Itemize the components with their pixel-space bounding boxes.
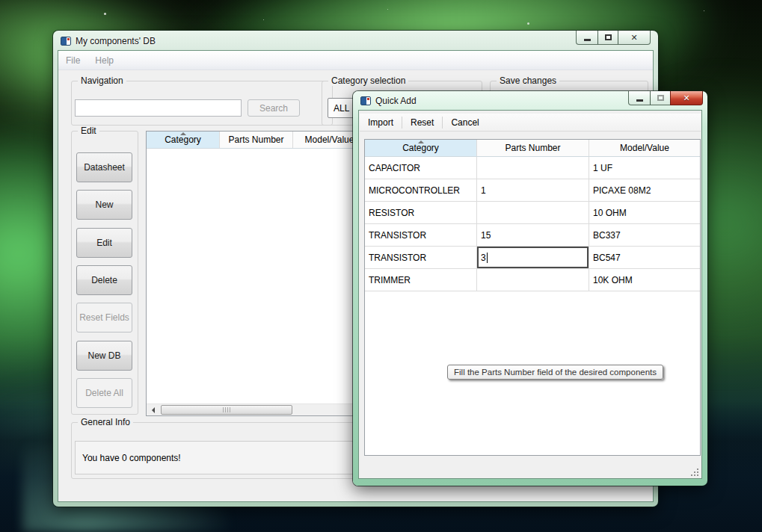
parts-number-cell[interactable] (477, 202, 589, 223)
column-header-model-value[interactable]: Model/Value (589, 140, 700, 156)
table-row: MICROCONTROLLER 1 PICAXE 08M2 (365, 179, 700, 202)
category-selection-label: Category selection (328, 75, 408, 86)
parts-number-cell[interactable] (477, 269, 589, 291)
scrollbar-thumb[interactable] (161, 405, 292, 415)
new-button[interactable]: New (76, 190, 132, 220)
column-header-category[interactable]: Category (365, 140, 477, 156)
datasheet-button[interactable]: Datasheet (76, 152, 132, 182)
category-cell[interactable]: TRANSISTOR (365, 247, 477, 268)
close-icon: ✕ (630, 34, 637, 42)
scroll-left-icon[interactable] (147, 404, 159, 415)
general-info-label: General Info (78, 417, 133, 427)
close-button[interactable]: ✕ (670, 91, 703, 105)
main-window-controls: ✕ (577, 31, 651, 45)
category-cell[interactable]: RESISTOR (365, 202, 477, 223)
column-header-category[interactable]: Category (147, 132, 220, 148)
parts-number-cell[interactable]: 1 (477, 179, 589, 201)
quick-add-window-controls: ✕ (629, 91, 703, 105)
parts-number-cell[interactable]: 15 (477, 224, 589, 246)
import-menu-item[interactable]: Import (360, 114, 402, 132)
model-value-cell[interactable]: BC337 (589, 224, 700, 246)
resize-grip[interactable] (697, 474, 698, 476)
maximize-icon (605, 34, 612, 40)
quick-add-client: Import Reset Cancel Category Parts Numbe… (359, 111, 701, 478)
navigation-group-label: Navigation (78, 75, 126, 86)
delete-all-button[interactable]: Delete All (76, 378, 132, 408)
quick-add-toolbar: Import Reset Cancel (360, 114, 701, 132)
delete-button[interactable]: Delete (76, 265, 132, 295)
category-cell[interactable]: TRANSISTOR (365, 224, 477, 246)
close-icon: ✕ (683, 94, 689, 102)
model-value-cell[interactable]: BC547 (589, 247, 700, 268)
sort-ascending-icon (418, 140, 424, 143)
main-window-titlebar[interactable]: My components' DB (53, 31, 658, 51)
table-row: TRANSISTOR 3 BC547 (365, 247, 700, 269)
category-cell[interactable]: MICROCONTROLLER (365, 179, 477, 201)
desktop: My components' DB ✕ File Help Navigation… (0, 0, 762, 532)
text-caret (487, 253, 488, 263)
table-row: TRIMMER 10K OHM (365, 269, 700, 291)
app-icon (61, 37, 71, 46)
model-value-cell[interactable]: 10 OHM (589, 202, 700, 223)
category-cell[interactable]: TRIMMER (365, 269, 477, 291)
component-count-text: You have 0 components! (76, 453, 181, 463)
scrollbar-grip-icon (223, 407, 230, 412)
close-button[interactable]: ✕ (618, 31, 651, 45)
main-window-title: My components' DB (76, 36, 156, 46)
quick-add-table-header: Category Parts Number Model/Value (365, 140, 700, 157)
search-input[interactable] (75, 99, 242, 117)
table-row: RESISTOR 10 OHM (365, 202, 700, 224)
column-header-parts-number[interactable]: Parts Number (220, 132, 293, 148)
reset-fields-button[interactable]: Reset Fields (76, 303, 132, 332)
maximize-button[interactable] (650, 91, 671, 105)
reset-menu-item[interactable]: Reset (402, 114, 442, 132)
sort-ascending-icon (180, 132, 186, 135)
quick-add-window: Quick Add ✕ Import Reset Cancel Category (353, 91, 707, 486)
search-button[interactable]: Search (248, 99, 300, 117)
parts-number-cell[interactable] (477, 157, 589, 179)
menubar: File Help (58, 51, 653, 70)
maximize-icon (657, 95, 664, 101)
minimize-button[interactable] (576, 31, 598, 45)
edit-group: Edit Datasheet New Edit Delete Reset Fie… (71, 131, 138, 415)
cancel-menu-item[interactable]: Cancel (443, 114, 487, 132)
table-row: CAPACITOR 1 UF (365, 157, 700, 179)
maximize-button[interactable] (597, 31, 618, 45)
model-value-cell[interactable]: 10K OHM (589, 269, 700, 291)
menu-help[interactable]: Help (87, 51, 121, 70)
edit-button[interactable]: Edit (76, 228, 132, 258)
edit-group-label: Edit (78, 126, 99, 136)
save-changes-label: Save changes (497, 75, 559, 86)
quick-add-table: Category Parts Number Model/Value CAPACI… (364, 139, 701, 456)
menu-file[interactable]: File (58, 51, 87, 70)
table-row: TRANSISTOR 15 BC337 (365, 224, 700, 247)
quick-add-title: Quick Add (375, 96, 417, 106)
minimize-button[interactable] (628, 91, 651, 105)
category-cell[interactable]: CAPACITOR (365, 157, 477, 179)
column-header-parts-number[interactable]: Parts Number (477, 140, 589, 156)
minimize-icon (584, 39, 591, 41)
new-db-button[interactable]: New DB (76, 341, 132, 371)
stars (0, 0, 1, 1)
minimize-icon (636, 99, 643, 102)
model-value-cell[interactable]: PICAXE 08M2 (589, 179, 700, 201)
tooltip: Fill the Parts Number field of the desir… (447, 365, 663, 380)
navigation-group: Navigation Search (71, 81, 333, 126)
app-icon (360, 96, 371, 105)
model-value-cell[interactable]: 1 UF (589, 157, 700, 179)
parts-number-cell-editing[interactable]: 3 (477, 247, 589, 268)
tooltip-text: Fill the Parts Number field of the desir… (454, 368, 657, 377)
